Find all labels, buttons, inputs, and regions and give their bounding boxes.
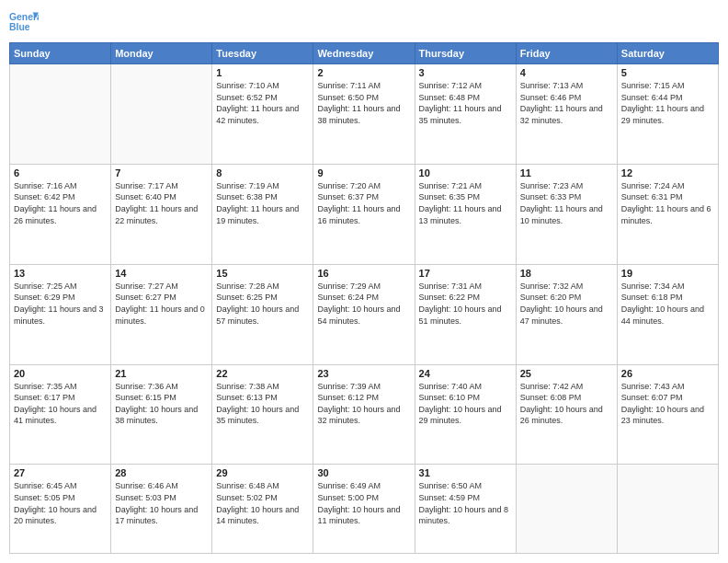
day-number: 25 — [520, 368, 613, 379]
day-header-wednesday: Wednesday — [313, 43, 415, 64]
calendar-cell: 24Sunrise: 7:40 AM Sunset: 6:10 PM Dayli… — [415, 364, 516, 465]
day-header-monday: Monday — [111, 43, 212, 64]
day-info: Sunrise: 7:13 AM Sunset: 6:46 PM Dayligh… — [520, 80, 613, 126]
day-number: 16 — [317, 268, 410, 279]
day-number: 4 — [520, 67, 613, 78]
svg-text:Blue: Blue — [9, 22, 30, 32]
calendar-cell: 8Sunrise: 7:19 AM Sunset: 6:38 PM Daylig… — [212, 164, 313, 264]
day-number: 9 — [317, 167, 410, 178]
day-info: Sunrise: 7:31 AM Sunset: 6:22 PM Dayligh… — [419, 281, 512, 327]
day-info: Sunrise: 7:29 AM Sunset: 6:24 PM Dayligh… — [317, 281, 410, 327]
day-number: 26 — [621, 368, 714, 379]
day-info: Sunrise: 7:12 AM Sunset: 6:48 PM Dayligh… — [419, 80, 512, 126]
calendar-week-2: 6Sunrise: 7:16 AM Sunset: 6:42 PM Daylig… — [10, 164, 719, 264]
calendar-cell: 18Sunrise: 7:32 AM Sunset: 6:20 PM Dayli… — [516, 264, 617, 364]
calendar-cell: 11Sunrise: 7:23 AM Sunset: 6:33 PM Dayli… — [516, 164, 617, 264]
day-info: Sunrise: 7:36 AM Sunset: 6:15 PM Dayligh… — [115, 381, 208, 427]
calendar-cell: 30Sunrise: 6:49 AM Sunset: 5:00 PM Dayli… — [313, 465, 415, 554]
day-number: 21 — [115, 368, 208, 379]
day-info: Sunrise: 7:16 AM Sunset: 6:42 PM Dayligh… — [14, 180, 107, 226]
day-number: 30 — [317, 467, 410, 478]
calendar-week-3: 13Sunrise: 7:25 AM Sunset: 6:29 PM Dayli… — [10, 264, 719, 364]
day-info: Sunrise: 7:40 AM Sunset: 6:10 PM Dayligh… — [419, 381, 512, 427]
calendar-cell: 22Sunrise: 7:38 AM Sunset: 6:13 PM Dayli… — [212, 364, 313, 465]
calendar-cell: 10Sunrise: 7:21 AM Sunset: 6:35 PM Dayli… — [415, 164, 516, 264]
day-info: Sunrise: 6:50 AM Sunset: 4:59 PM Dayligh… — [419, 480, 512, 526]
calendar-cell: 4Sunrise: 7:13 AM Sunset: 6:46 PM Daylig… — [516, 64, 617, 165]
calendar-cell: 25Sunrise: 7:42 AM Sunset: 6:08 PM Dayli… — [516, 364, 617, 465]
calendar-cell: 5Sunrise: 7:15 AM Sunset: 6:44 PM Daylig… — [617, 64, 718, 165]
calendar-header-row: SundayMondayTuesdayWednesdayThursdayFrid… — [10, 43, 719, 64]
calendar-week-1: 1Sunrise: 7:10 AM Sunset: 6:52 PM Daylig… — [10, 64, 719, 165]
day-header-saturday: Saturday — [617, 43, 718, 64]
calendar-cell: 21Sunrise: 7:36 AM Sunset: 6:15 PM Dayli… — [111, 364, 212, 465]
day-info: Sunrise: 6:46 AM Sunset: 5:03 PM Dayligh… — [115, 480, 208, 526]
calendar-cell: 15Sunrise: 7:28 AM Sunset: 6:25 PM Dayli… — [212, 264, 313, 364]
day-info: Sunrise: 7:35 AM Sunset: 6:17 PM Dayligh… — [14, 381, 107, 427]
header: General Blue — [9, 9, 719, 35]
day-info: Sunrise: 6:45 AM Sunset: 5:05 PM Dayligh… — [14, 480, 107, 526]
day-number: 18 — [520, 268, 613, 279]
day-info: Sunrise: 7:25 AM Sunset: 6:29 PM Dayligh… — [14, 281, 107, 327]
calendar-cell: 3Sunrise: 7:12 AM Sunset: 6:48 PM Daylig… — [415, 64, 516, 165]
calendar-cell: 27Sunrise: 6:45 AM Sunset: 5:05 PM Dayli… — [10, 465, 111, 554]
day-header-sunday: Sunday — [10, 43, 111, 64]
day-info: Sunrise: 7:15 AM Sunset: 6:44 PM Dayligh… — [621, 80, 714, 126]
calendar-cell: 26Sunrise: 7:43 AM Sunset: 6:07 PM Dayli… — [617, 364, 718, 465]
day-number: 17 — [419, 268, 512, 279]
calendar-cell: 20Sunrise: 7:35 AM Sunset: 6:17 PM Dayli… — [10, 364, 111, 465]
day-number: 12 — [621, 167, 714, 178]
day-info: Sunrise: 7:20 AM Sunset: 6:37 PM Dayligh… — [317, 180, 410, 226]
calendar-cell: 19Sunrise: 7:34 AM Sunset: 6:18 PM Dayli… — [617, 264, 718, 364]
day-header-tuesday: Tuesday — [212, 43, 313, 64]
day-number: 10 — [419, 167, 512, 178]
calendar-table: SundayMondayTuesdayWednesdayThursdayFrid… — [9, 42, 719, 554]
calendar-cell: 28Sunrise: 6:46 AM Sunset: 5:03 PM Dayli… — [111, 465, 212, 554]
day-number: 19 — [621, 268, 714, 279]
day-info: Sunrise: 7:24 AM Sunset: 6:31 PM Dayligh… — [621, 180, 714, 226]
calendar-cell: 6Sunrise: 7:16 AM Sunset: 6:42 PM Daylig… — [10, 164, 111, 264]
day-number: 15 — [216, 268, 309, 279]
day-number: 13 — [14, 268, 107, 279]
calendar-cell: 2Sunrise: 7:11 AM Sunset: 6:50 PM Daylig… — [313, 64, 415, 165]
calendar-cell — [10, 64, 111, 165]
day-info: Sunrise: 7:19 AM Sunset: 6:38 PM Dayligh… — [216, 180, 309, 226]
day-info: Sunrise: 7:27 AM Sunset: 6:27 PM Dayligh… — [115, 281, 208, 327]
day-number: 5 — [621, 67, 714, 78]
logo: General Blue — [9, 9, 39, 35]
day-info: Sunrise: 6:49 AM Sunset: 5:00 PM Dayligh… — [317, 480, 410, 526]
day-number: 31 — [419, 467, 512, 478]
day-info: Sunrise: 7:43 AM Sunset: 6:07 PM Dayligh… — [621, 381, 714, 427]
calendar-cell: 1Sunrise: 7:10 AM Sunset: 6:52 PM Daylig… — [212, 64, 313, 165]
calendar-cell: 9Sunrise: 7:20 AM Sunset: 6:37 PM Daylig… — [313, 164, 415, 264]
calendar-cell: 17Sunrise: 7:31 AM Sunset: 6:22 PM Dayli… — [415, 264, 516, 364]
day-number: 20 — [14, 368, 107, 379]
day-number: 14 — [115, 268, 208, 279]
day-info: Sunrise: 7:17 AM Sunset: 6:40 PM Dayligh… — [115, 180, 208, 226]
day-info: Sunrise: 7:42 AM Sunset: 6:08 PM Dayligh… — [520, 381, 613, 427]
calendar-week-4: 20Sunrise: 7:35 AM Sunset: 6:17 PM Dayli… — [10, 364, 719, 465]
calendar-cell — [516, 465, 617, 554]
calendar-cell: 16Sunrise: 7:29 AM Sunset: 6:24 PM Dayli… — [313, 264, 415, 364]
calendar-week-5: 27Sunrise: 6:45 AM Sunset: 5:05 PM Dayli… — [10, 465, 719, 554]
day-number: 3 — [419, 67, 512, 78]
day-number: 2 — [317, 67, 410, 78]
calendar-cell: 13Sunrise: 7:25 AM Sunset: 6:29 PM Dayli… — [10, 264, 111, 364]
day-number: 28 — [115, 467, 208, 478]
calendar-cell — [617, 465, 718, 554]
day-info: Sunrise: 7:32 AM Sunset: 6:20 PM Dayligh… — [520, 281, 613, 327]
day-number: 7 — [115, 167, 208, 178]
day-header-thursday: Thursday — [415, 43, 516, 64]
day-info: Sunrise: 7:39 AM Sunset: 6:12 PM Dayligh… — [317, 381, 410, 427]
day-info: Sunrise: 7:38 AM Sunset: 6:13 PM Dayligh… — [216, 381, 309, 427]
calendar-cell: 7Sunrise: 7:17 AM Sunset: 6:40 PM Daylig… — [111, 164, 212, 264]
day-number: 22 — [216, 368, 309, 379]
day-number: 11 — [520, 167, 613, 178]
calendar-cell: 14Sunrise: 7:27 AM Sunset: 6:27 PM Dayli… — [111, 264, 212, 364]
day-info: Sunrise: 7:10 AM Sunset: 6:52 PM Dayligh… — [216, 80, 309, 126]
calendar-page: General Blue SundayMondayTuesdayWednesda… — [0, 0, 728, 563]
calendar-cell: 29Sunrise: 6:48 AM Sunset: 5:02 PM Dayli… — [212, 465, 313, 554]
day-info: Sunrise: 7:23 AM Sunset: 6:33 PM Dayligh… — [520, 180, 613, 226]
calendar-cell: 12Sunrise: 7:24 AM Sunset: 6:31 PM Dayli… — [617, 164, 718, 264]
calendar-cell: 23Sunrise: 7:39 AM Sunset: 6:12 PM Dayli… — [313, 364, 415, 465]
